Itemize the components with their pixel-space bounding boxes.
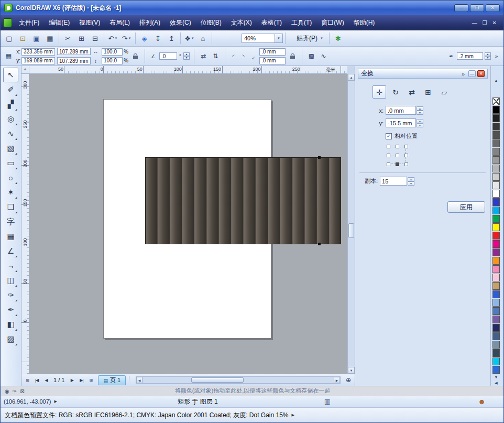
menu-item[interactable]: 帮助(H)	[349, 17, 380, 28]
docker-close-button[interactable]: ✕	[477, 70, 485, 77]
doc-close-button[interactable]: ✕	[492, 20, 497, 26]
color-swatch[interactable]	[492, 114, 500, 122]
menu-item[interactable]: 表格(T)	[257, 17, 287, 28]
propbar-overflow-icon[interactable]: »	[492, 52, 500, 60]
transform-position-button[interactable]: ✛	[372, 85, 386, 99]
transform-scale-mirror-button[interactable]: ⇄	[405, 85, 419, 99]
crop-tool[interactable]: ▞	[3, 97, 18, 112]
object-y-field[interactable]: 169.089 mm	[21, 57, 55, 64]
no-color-swatch[interactable]	[492, 97, 500, 105]
object-x-field[interactable]: 323.356 mm	[21, 48, 55, 56]
corner-round-button[interactable]: ◜	[229, 52, 237, 60]
color-swatch[interactable]	[492, 123, 500, 131]
anchor-bottom-right[interactable]	[404, 162, 408, 166]
menu-item[interactable]: 布局(L)	[105, 17, 135, 28]
rectangle-tool[interactable]: ▭	[3, 156, 18, 170]
doc-restore-button[interactable]: ❐	[483, 20, 487, 26]
convert-to-curves-button[interactable]: ∿	[319, 51, 328, 61]
color-swatch[interactable]	[492, 139, 500, 147]
position-grid-icon[interactable]: ▦	[4, 51, 14, 61]
color-swatch[interactable]	[492, 307, 500, 315]
blend-tool[interactable]: ◫	[3, 273, 18, 288]
polygon-tool[interactable]: ✶	[3, 185, 18, 200]
selection-handle-top[interactable]	[318, 156, 321, 159]
copy-button[interactable]: ⊞	[75, 32, 88, 45]
add-page-button[interactable]: ⊞	[23, 376, 31, 384]
horizontal-scrollbar[interactable]: ◀ ▶	[136, 376, 341, 384]
color-swatch[interactable]	[492, 215, 500, 223]
vertical-ruler[interactable]: 300250200150100500	[21, 74, 29, 374]
menu-item[interactable]: 文件(F)	[14, 17, 44, 28]
add-page-button-2[interactable]: ⊞	[86, 376, 95, 384]
docker-collapse-icon[interactable]: »	[462, 71, 465, 77]
color-swatch[interactable]	[492, 299, 500, 307]
horizontal-ruler[interactable]: 50050100150200250毫米	[29, 66, 347, 74]
transform-x-field[interactable]: .0 mm	[386, 106, 416, 115]
rotation-field[interactable]: .0	[159, 52, 177, 60]
corner-scalloped-button[interactable]: ◝	[239, 52, 247, 60]
anchor-top-right[interactable]	[404, 145, 408, 148]
dimension-tool[interactable]: ∠	[3, 244, 18, 258]
scroll-left-button[interactable]: ◀	[136, 377, 143, 383]
copies-spinner[interactable]: ▲▼	[408, 177, 414, 186]
drawing-canvas[interactable]	[29, 74, 347, 374]
color-swatch[interactable]	[492, 148, 500, 156]
open-document-button[interactable]: ⊡	[16, 32, 29, 45]
next-page-button[interactable]: ▶	[68, 376, 76, 384]
restore-button[interactable]: ❐	[470, 4, 484, 12]
print-button[interactable]: ▤	[43, 32, 57, 45]
menu-item[interactable]: 编辑(E)	[44, 17, 74, 28]
first-page-button[interactable]: |◀	[32, 376, 41, 384]
color-swatch[interactable]	[492, 257, 500, 265]
text-wrap-button[interactable]: ▩	[306, 51, 316, 61]
color-swatch[interactable]	[492, 207, 500, 214]
anchor-bottom-center[interactable]	[396, 162, 399, 166]
anchor-center[interactable]	[396, 154, 399, 157]
status-expand-icon[interactable]: ▶	[54, 399, 57, 404]
transform-size-button[interactable]: ⊞	[421, 85, 435, 99]
color-swatch[interactable]	[492, 341, 500, 349]
menu-item[interactable]: 效果(C)	[165, 17, 196, 28]
color-swatch[interactable]	[492, 190, 500, 198]
freehand-tool[interactable]: ∿	[3, 126, 18, 141]
search-content-button[interactable]: ◈	[138, 32, 151, 45]
relative-position-checkbox[interactable]: ✓	[386, 133, 392, 139]
pick-tool[interactable]: ↖	[3, 68, 18, 82]
ellipse-tool[interactable]: ○	[3, 170, 18, 185]
doc-minimize-button[interactable]: —	[472, 20, 477, 26]
outline-pen-tool[interactable]: ✒	[3, 302, 18, 317]
minimize-button[interactable]: —	[454, 4, 468, 12]
previous-page-button[interactable]: ◀	[42, 376, 50, 384]
cut-button[interactable]: ✂	[61, 32, 74, 45]
anchor-middle-left[interactable]	[387, 154, 390, 157]
color-swatch[interactable]	[492, 274, 500, 281]
color-swatch[interactable]	[492, 366, 500, 374]
transform-x-spinner[interactable]: ▲▼	[417, 106, 423, 115]
new-document-button[interactable]: ▢	[3, 32, 16, 45]
apply-button[interactable]: 应用	[447, 201, 485, 213]
rotation-spinner[interactable]: ▲▼	[183, 52, 190, 60]
docker-minimize-button[interactable]: —	[468, 70, 476, 77]
connector-tool[interactable]: ¬	[3, 258, 18, 273]
zoom-level-value[interactable]: 40%	[242, 34, 275, 43]
color-swatch[interactable]	[492, 265, 500, 273]
user-account-icon[interactable]: ☻	[478, 397, 486, 406]
color-swatch[interactable]	[492, 181, 500, 189]
vertical-scrollbar[interactable]: ▲ ▼	[347, 74, 355, 374]
anchor-middle-right[interactable]	[404, 154, 408, 157]
color-swatch[interactable]	[492, 173, 500, 181]
menu-item[interactable]: 排列(A)	[135, 17, 165, 28]
color-swatch[interactable]	[492, 332, 500, 340]
zoom-level-dropdown-icon[interactable]: ▼	[275, 34, 283, 43]
eyedropper-icon[interactable]: ✑	[13, 388, 17, 394]
mirror-vertical-button[interactable]: ⇅	[211, 51, 221, 61]
color-swatch[interactable]	[492, 198, 500, 206]
object-width-field[interactable]: 107.289 mm	[57, 48, 91, 55]
menu-item[interactable]: 窗口(W)	[316, 17, 348, 28]
menu-item[interactable]: 文本(X)	[226, 17, 257, 28]
lock-ratio-button[interactable]	[130, 51, 140, 61]
selected-rectangle-object[interactable]	[145, 157, 341, 244]
scroll-up-button[interactable]: ▲	[348, 74, 355, 81]
close-button[interactable]: ✕	[486, 4, 500, 12]
color-swatch[interactable]	[492, 223, 500, 231]
